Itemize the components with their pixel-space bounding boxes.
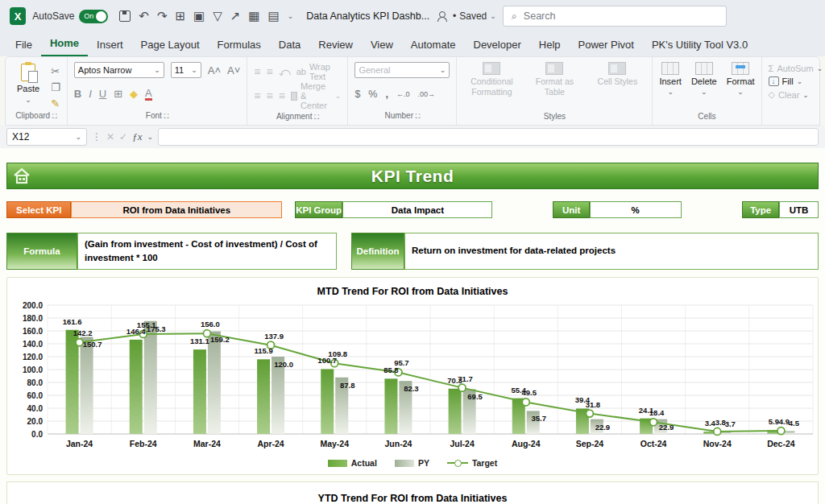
comma-icon[interactable]: , [385,89,388,100]
cells-group: Insert⌄ Delete⌄ Format⌄ Cells [653,57,761,125]
number-format-select[interactable]: General⌄ [354,62,450,78]
tab-insert[interactable]: Insert [88,35,132,56]
svg-text:180.0: 180.0 [23,314,43,323]
tab-view[interactable]: View [362,35,402,56]
search-input[interactable]: ⌕ Search [503,6,727,27]
underline-button[interactable]: U [99,88,106,100]
legend-actual[interactable]: Actual [328,458,377,468]
tab-pk-s-utility-tool-v3-0[interactable]: PK's Utility Tool V3.0 [643,35,757,56]
tab-review[interactable]: Review [309,35,362,56]
save-icon[interactable] [119,10,131,22]
mtd-chart[interactable]: 0.020.040.060.080.0100.0120.0140.0160.01… [10,299,816,456]
wrap-text-icon: ab [296,67,306,76]
editing-group: Σ AutoSum⌄ ↓ Fill⌄ ◇ Clear⌄ [762,57,825,125]
wrap-text-button[interactable]: ab Wrap Text [296,62,342,81]
copy-icon[interactable]: ❐ [51,81,60,93]
bold-button[interactable]: B [74,88,81,100]
indent-icon[interactable]: ≡ [279,89,284,102]
mtd-chart-container: MTD Trend For ROI from Data Initiatives … [6,277,819,475]
cell-styles-button[interactable]: Cell Styles [589,62,645,87]
legend-target[interactable]: Target [447,458,497,468]
search-placeholder: Search [524,10,556,22]
number-group: General⌄ $ % , ←.0 .00→ Number ⛶ [348,57,457,125]
table-icon[interactable]: ⊞ [175,9,185,23]
legend-py[interactable]: PY [395,458,429,468]
align-middle-icon[interactable]: ≡ [267,65,272,78]
tab-automate[interactable]: Automate [402,35,465,56]
autosave-toggle[interactable]: On [79,10,108,23]
insert-function-icon[interactable]: ƒx [132,130,142,143]
select-kpi-value[interactable]: ROI from Data Initiatives [71,201,282,218]
font-size-select[interactable]: 11⌄ [171,62,201,78]
svg-text:20.0: 20.0 [27,417,44,426]
font-name-select[interactable]: Aptos Narrow⌄ [74,62,164,78]
grow-font-icon[interactable]: A˄ [208,64,221,76]
tab-power-pivot[interactable]: Power Pivot [570,35,643,56]
tab-help[interactable]: Help [530,35,570,56]
decrease-decimal-icon[interactable]: .00→ [417,90,435,98]
svg-text:Mar-24: Mar-24 [193,439,221,448]
qat-more-icon[interactable]: ⌄ [288,12,294,20]
clipboard-group: Paste⌄ ✂ ❐ ✎ Clipboard ⛶ [6,57,68,125]
name-box[interactable]: X12 ⌄ [6,128,87,146]
presence-icon[interactable] [436,10,446,22]
filter-icon[interactable]: ▽ [213,9,222,23]
svg-text:Sep-24: Sep-24 [576,439,604,448]
conditional-formatting-icon [483,62,500,75]
svg-text:Oct-24: Oct-24 [641,439,667,448]
delete-cells-button[interactable]: Delete⌄ [691,62,717,96]
merge-center-icon [291,92,297,101]
excel-logo-icon[interactable]: X [10,7,26,25]
tab-data[interactable]: Data [270,35,309,56]
italic-button[interactable]: I [89,88,92,100]
merge-center-button[interactable]: Merge & Center ⌄ [291,81,342,110]
insert-cells-button[interactable]: Insert⌄ [659,62,682,96]
formula-bar-row: X12 ⌄ ⋮ ✕ ✓ ƒx ⌄ [0,126,825,148]
shrink-font-icon[interactable]: A˅ [227,64,240,76]
insert-cells-icon [661,62,679,75]
paste-button[interactable]: Paste⌄ [12,62,44,105]
align-center-icon[interactable]: ≡ [267,89,272,102]
clear-button[interactable]: ◇ Clear⌄ [769,89,823,100]
undo-icon[interactable]: ↶ [139,9,149,23]
home-icon[interactable] [12,167,31,186]
cancel-entry-icon[interactable]: ✕ [106,131,114,143]
picture-icon[interactable]: ▣ [193,9,205,23]
currency-icon[interactable]: $ [354,89,360,100]
tab-page-layout[interactable]: Page Layout [132,35,209,56]
format-cells-button[interactable]: Format⌄ [727,62,755,96]
tab-developer[interactable]: Developer [465,35,530,56]
fill-color-icon[interactable]: ◆ [130,88,138,100]
redo-icon[interactable]: ↷ [157,9,168,23]
svg-text:0.0: 0.0 [31,430,43,439]
percent-icon[interactable]: % [368,89,377,100]
autosum-icon: Σ [769,64,774,73]
conditional-formatting-button[interactable]: Conditional Formatting [463,62,520,97]
tab-file[interactable]: File [6,35,41,56]
increase-decimal-icon[interactable]: ←.0 [396,90,410,98]
svg-text:140.0: 140.0 [23,340,43,349]
font-color-icon[interactable]: A [145,88,152,101]
definition-label: Definition [351,233,404,270]
fill-button[interactable]: ↓ Fill⌄ [769,76,823,86]
saved-chevron-icon[interactable]: ⌄ [490,12,496,20]
autosum-button[interactable]: Σ AutoSum⌄ [769,64,823,73]
worksheet-icon[interactable]: ▦ [248,9,259,23]
orientation-icon[interactable]: ⤺ [279,65,290,79]
formula-input[interactable] [158,128,819,146]
confirm-entry-icon[interactable]: ✓ [119,131,127,143]
format-painter-icon[interactable]: ✎ [51,97,60,109]
svg-text:22.9: 22.9 [595,423,611,432]
borders-icon[interactable]: ⊞ [114,88,122,100]
svg-text:40.0: 40.0 [27,404,44,413]
align-left-icon[interactable]: ≡ [254,89,259,102]
calc-sheet-icon[interactable]: ▤ [268,9,280,23]
document-title[interactable]: Data Analytics KPI Dashb... [306,10,429,22]
svg-text:Dec-24: Dec-24 [767,439,795,448]
format-as-table-button[interactable]: Format as Table [526,62,582,97]
tab-home[interactable]: Home [41,33,88,56]
cut-icon[interactable]: ✂ [51,65,60,77]
tab-formulas[interactable]: Formulas [209,35,270,56]
align-top-icon[interactable]: ≡ [254,65,259,78]
share-icon[interactable]: ↗ [230,9,241,23]
